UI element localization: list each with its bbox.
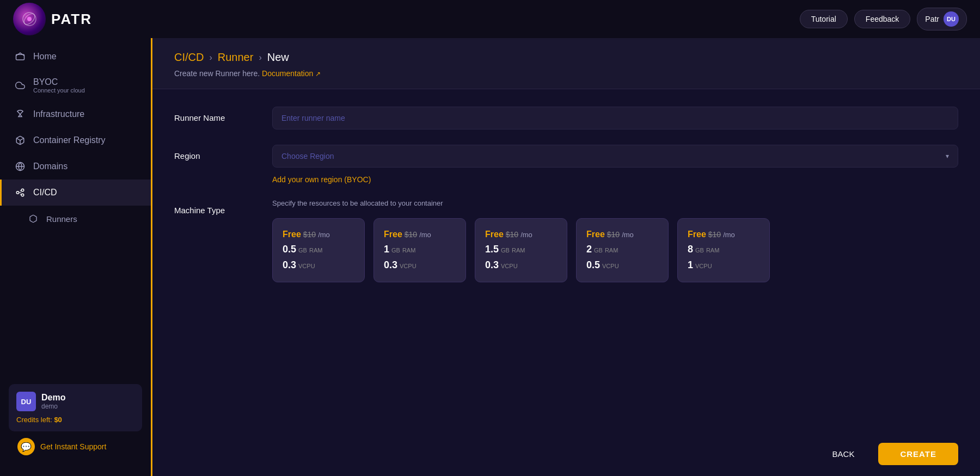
chevron-down-icon: ▾	[946, 152, 949, 160]
price-row: Free $10 /mo	[485, 230, 557, 239]
breadcrumb-current: New	[267, 51, 289, 64]
user-card-email: demo	[41, 403, 65, 410]
logo-text: PATR	[51, 11, 92, 28]
logo: PATR	[13, 3, 92, 35]
cpu-label: vCPU	[501, 263, 518, 269]
cpu-spec: 0.5 vCPU	[586, 259, 658, 271]
price-row: Free $10 /mo	[283, 230, 354, 239]
doc-link[interactable]: Documentation	[262, 69, 313, 78]
runner-name-label: Runner Name	[174, 107, 261, 122]
sidebar-home-label: Home	[33, 52, 57, 61]
ram-value: 8	[688, 244, 693, 255]
region-row: Region Choose Region ▾ Add your own regi…	[174, 145, 958, 184]
machine-type-section: Specify the resources to be allocated to…	[272, 199, 958, 282]
cpu-value: 0.3	[485, 259, 499, 271]
user-name: Patr	[925, 15, 939, 23]
topbar: PATR Tutorial Feedback Patr DU	[0, 0, 980, 38]
breadcrumb-sep2: ›	[259, 53, 261, 63]
ram-spec: 8 GB RAM	[688, 244, 759, 255]
user-card-name: Demo	[41, 393, 65, 403]
footer-bar: BACK CREATE	[152, 432, 980, 476]
ram-unit: GB	[695, 247, 704, 254]
ram-spec: 1.5 GB RAM	[485, 244, 557, 255]
logo-icon	[13, 3, 46, 35]
price-strikethrough: $10	[303, 230, 316, 239]
user-card: DU Demo demo Credits left: $0	[9, 384, 142, 431]
cpu-label: vCPU	[695, 263, 712, 269]
sidebar-cicd-label: CI/CD	[33, 188, 57, 197]
breadcrumb-sep1: ›	[209, 53, 212, 63]
ram-label: RAM	[605, 247, 618, 254]
main-content: CI/CD › Runner › New Create new Runner h…	[152, 38, 980, 476]
sidebar-runners-label: Runners	[46, 214, 77, 224]
machine-type-row: Machine Type Specify the resources to be…	[174, 199, 958, 282]
logo-graphic	[21, 11, 38, 27]
sidebar-byoc-text: BYOC Connect your cloud	[33, 77, 85, 94]
price-strikethrough: $10	[607, 230, 620, 239]
machine-card-t3[interactable]: Free $10 /mo 1.5 GB RAM 0.3 vCPU	[475, 218, 567, 282]
svg-point-7	[16, 191, 19, 194]
sidebar-item-container-registry[interactable]: Container Registry	[0, 127, 151, 153]
cpu-label: vCPU	[602, 263, 619, 269]
cpu-label: vCPU	[400, 263, 416, 269]
machine-card-t2[interactable]: Free $10 /mo 1 GB RAM 0.3 vCPU	[373, 218, 466, 282]
support-label: Get Instant Support	[40, 442, 106, 451]
machine-card-t1[interactable]: Free $10 /mo 0.5 GB RAM 0.3 vCPU	[272, 218, 365, 282]
ram-label: RAM	[309, 247, 322, 254]
support-button[interactable]: 💬 Get Instant Support	[9, 431, 142, 462]
price-row: Free $10 /mo	[688, 230, 759, 239]
tutorial-button[interactable]: Tutorial	[800, 10, 848, 28]
price-free: Free	[384, 230, 402, 239]
breadcrumb-parent[interactable]: CI/CD	[174, 51, 204, 64]
price-free: Free	[688, 230, 706, 239]
sidebar-item-cicd[interactable]: CI/CD	[0, 180, 151, 206]
ram-unit: GB	[391, 247, 400, 254]
price-strikethrough: $10	[506, 230, 518, 239]
region-select[interactable]: Choose Region ▾	[272, 145, 958, 168]
breadcrumb-middle[interactable]: Runner	[218, 51, 254, 64]
machine-type-label: Machine Type	[174, 199, 261, 215]
price-free: Free	[586, 230, 605, 239]
region-label: Region	[174, 145, 261, 160]
feedback-button[interactable]: Feedback	[854, 10, 910, 28]
sidebar-item-home[interactable]: Home	[0, 44, 151, 70]
back-button[interactable]: BACK	[819, 444, 868, 464]
external-link-icon: ↗	[315, 70, 321, 78]
sidebar-byoc-label: BYOC	[33, 77, 85, 87]
price-row: Free $10 /mo	[384, 230, 456, 239]
machine-card-t5[interactable]: Free $10 /mo 8 GB RAM 1 vCPU	[677, 218, 770, 282]
sidebar-item-byoc[interactable]: BYOC Connect your cloud	[0, 70, 151, 101]
price-strikethrough: $10	[708, 230, 721, 239]
cpu-spec: 1 vCPU	[688, 259, 759, 271]
create-button[interactable]: CREATE	[878, 443, 958, 465]
user-card-info: Demo demo	[41, 393, 65, 410]
sidebar-item-domains[interactable]: Domains	[0, 153, 151, 180]
sidebar-domains-label: Domains	[33, 162, 68, 171]
runner-name-input[interactable]	[272, 107, 958, 129]
ram-unit: GB	[298, 247, 307, 254]
sidebar-container-registry-label: Container Registry	[33, 135, 106, 145]
price-mo: /mo	[419, 231, 431, 239]
sidebar-bottom: DU Demo demo Credits left: $0 💬 Get Inst…	[0, 375, 151, 471]
user-avatar: DU	[944, 11, 959, 27]
sidebar-item-infrastructure[interactable]: Infrastructure	[0, 101, 151, 127]
box-icon	[15, 135, 26, 146]
support-icon: 💬	[17, 438, 35, 455]
sidebar-item-runners[interactable]: Runners	[0, 206, 151, 232]
breadcrumb: CI/CD › Runner › New	[174, 51, 958, 64]
user-menu[interactable]: Patr DU	[917, 8, 967, 30]
cpu-value: 1	[688, 259, 693, 271]
user-card-row: DU Demo demo	[16, 392, 134, 411]
credits-label: Credits left: $0	[16, 416, 134, 424]
ram-value: 1.5	[485, 244, 499, 255]
layout: Home BYOC Connect your cloud Infrastruct…	[0, 38, 980, 476]
ram-label: RAM	[706, 247, 719, 254]
ram-unit: GB	[594, 247, 603, 254]
ram-unit: GB	[501, 247, 510, 254]
price-free: Free	[283, 230, 301, 239]
cpu-spec: 0.3 vCPU	[485, 259, 557, 271]
runner-name-row: Runner Name	[174, 107, 958, 129]
machine-card-t4[interactable]: Free $10 /mo 2 GB RAM 0.5 vCPU	[576, 218, 669, 282]
sidebar-byoc-sublabel: Connect your cloud	[33, 87, 85, 94]
byoc-link[interactable]: Add your own region (BYOC)	[272, 172, 958, 184]
